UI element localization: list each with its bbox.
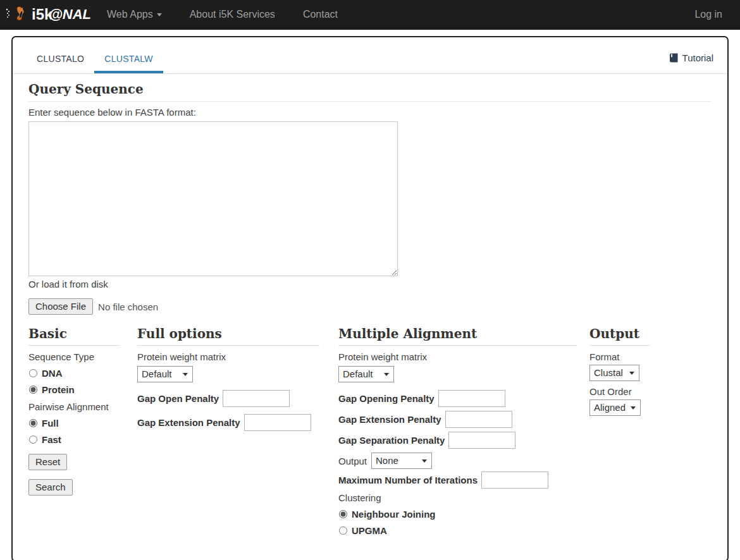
multiple-alignment-section: Multiple Alignment Protein weight matrix… <box>338 326 577 542</box>
nav-contact[interactable]: Contact <box>293 0 347 29</box>
max-iterations-row: Maximum Number of Iterations <box>338 472 577 489</box>
file-status-text: No file chosen <box>98 301 158 312</box>
multi-gap-extension-input[interactable] <box>445 411 512 428</box>
neighbour-joining-label[interactable]: Neighbour Joining <box>352 509 436 520</box>
gap-opening-penalty-input[interactable] <box>438 390 505 407</box>
upgma-radio[interactable] <box>339 527 347 535</box>
output-divider <box>589 345 650 346</box>
full-matrix-select[interactable]: Default <box>137 366 193 382</box>
radio-row-upgma: UPGMA <box>339 525 577 536</box>
fast-label[interactable]: Fast <box>42 434 61 445</box>
content-area: Query Sequence Enter sequence below in F… <box>13 74 727 560</box>
full-label[interactable]: Full <box>42 418 59 429</box>
multi-matrix-select[interactable]: Default <box>338 366 394 382</box>
tab-bar: CLUSTALO CLUSTALW Tutorial <box>13 46 727 74</box>
full-options-section: Full options Protein weight matrix Defau… <box>137 326 319 542</box>
multi-gap-extension-row: Gap Extension Penalty <box>338 411 577 428</box>
caret-down-icon <box>157 13 162 16</box>
gap-open-penalty-row: Gap Open Penalty <box>137 390 319 407</box>
full-options-divider <box>137 345 319 346</box>
dna-label[interactable]: DNA <box>42 368 63 379</box>
fast-radio[interactable] <box>29 435 37 444</box>
basic-divider <box>28 345 120 346</box>
sequence-textarea[interactable] <box>28 121 398 276</box>
tutorial-label: Tutorial <box>682 52 713 63</box>
max-iterations-label: Maximum Number of Iterations <box>338 475 478 485</box>
full-matrix-label: Protein weight matrix <box>137 351 319 362</box>
gap-separation-penalty-label: Gap Separation Penalty <box>338 435 445 446</box>
output-select-label: Output <box>338 456 367 466</box>
radio-row-neighbour-joining: Neighbour Joining <box>339 509 577 520</box>
full-radio[interactable] <box>29 419 37 427</box>
format-label: Format <box>589 351 650 362</box>
nav-links: Web Apps About i5K Services Contact <box>97 0 347 29</box>
main-panel: CLUSTALO CLUSTALW Tutorial Query Sequenc… <box>11 36 729 560</box>
output-select-row: Output None <box>338 453 577 469</box>
gap-opening-penalty-label: Gap Opening Penalty <box>338 393 435 404</box>
query-sequence-heading: Query Sequence <box>28 82 712 97</box>
tab-clustalw[interactable]: CLUSTALW <box>94 46 163 73</box>
navbar: i5k @NAL Web Apps About i5K Services Con… <box>0 0 740 30</box>
radio-row-full: Full <box>29 418 120 429</box>
book-icon <box>669 53 679 63</box>
full-gap-extension-label: Gap Extension Penalty <box>137 417 240 428</box>
gap-separation-penalty-input[interactable] <box>448 432 515 449</box>
radio-row-dna: DNA <box>29 368 120 379</box>
search-button[interactable]: Search <box>28 479 73 496</box>
butterfly-logo-icon <box>5 4 30 25</box>
fasta-instruction: Enter sequence below in FASTA format: <box>28 107 712 118</box>
protein-radio[interactable] <box>29 386 37 394</box>
heading-divider <box>28 101 712 102</box>
multi-gap-extension-label: Gap Extension Penalty <box>338 414 441 425</box>
clustering-label: Clustering <box>338 492 577 503</box>
choose-file-button[interactable]: Choose File <box>28 298 93 315</box>
multiple-alignment-divider <box>338 345 577 346</box>
basic-heading: Basic <box>28 326 120 341</box>
login-link[interactable]: Log in <box>685 9 740 20</box>
sequence-type-label: Sequence Type <box>28 351 120 362</box>
brand-logo[interactable]: i5k @NAL <box>0 4 97 25</box>
multi-matrix-label: Protein weight matrix <box>338 351 577 362</box>
full-gap-extension-row: Gap Extension Penalty <box>137 414 319 431</box>
radio-row-fast: Fast <box>29 434 120 445</box>
dna-radio[interactable] <box>29 369 37 377</box>
output-heading: Output <box>589 326 650 341</box>
nav-web-apps[interactable]: Web Apps <box>97 0 171 29</box>
basic-section: Basic Sequence Type DNA Protein Pairwise… <box>28 326 120 542</box>
format-select[interactable]: Clustal <box>589 365 639 381</box>
file-input-row: Choose File No file chosen <box>28 298 712 315</box>
output-select[interactable]: None <box>371 453 432 469</box>
nav-web-apps-label: Web Apps <box>107 9 153 20</box>
out-order-select[interactable]: Aligned <box>589 399 641 416</box>
gap-separation-penalty-row: Gap Separation Penalty <box>338 432 577 449</box>
load-from-disk-label: Or load it from disk <box>28 279 712 289</box>
full-options-heading: Full options <box>137 326 319 341</box>
gap-open-penalty-input[interactable] <box>223 390 290 407</box>
protein-label[interactable]: Protein <box>42 384 75 395</box>
neighbour-joining-radio[interactable] <box>339 510 347 518</box>
brand-nal-text: @NAL <box>49 6 91 23</box>
nav-about-i5k-services[interactable]: About i5K Services <box>180 0 285 29</box>
output-section: Output Format Clustal Out Order Aligned <box>589 326 650 542</box>
reset-button[interactable]: Reset <box>28 454 67 470</box>
multiple-alignment-heading: Multiple Alignment <box>338 326 577 341</box>
full-gap-extension-input[interactable] <box>244 414 311 431</box>
gap-opening-penalty-row: Gap Opening Penalty <box>338 390 577 407</box>
tutorial-link[interactable]: Tutorial <box>669 52 713 73</box>
gap-open-penalty-label: Gap Open Penalty <box>137 393 219 404</box>
out-order-label: Out Order <box>589 386 650 397</box>
radio-row-protein: Protein <box>29 384 120 395</box>
max-iterations-input[interactable] <box>481 472 548 489</box>
tab-clustalo[interactable]: CLUSTALO <box>27 46 94 73</box>
pairwise-alignment-label: Pairwise Alignment <box>28 401 120 412</box>
upgma-label[interactable]: UPGMA <box>352 525 387 536</box>
options-columns: Basic Sequence Type DNA Protein Pairwise… <box>28 326 712 542</box>
